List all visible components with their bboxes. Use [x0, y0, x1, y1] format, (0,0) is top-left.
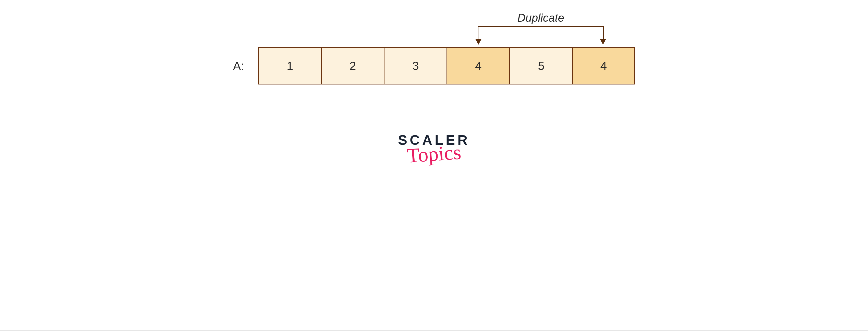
array-label: A:: [233, 59, 244, 73]
logo-line2: Topics: [406, 142, 462, 166]
duplicate-annotation: Duplicate: [478, 11, 603, 46]
array-row: A: Duplicate 123454: [233, 47, 635, 85]
array-cell-1: 2: [321, 47, 384, 85]
array-cell-0: 1: [258, 47, 321, 85]
diagram-container: A: Duplicate 123454 SCALER Topics: [233, 47, 635, 164]
array-cell-4: 5: [509, 47, 572, 85]
array-cell-3: 4: [446, 47, 509, 85]
brand-logo: SCALER Topics: [398, 133, 470, 164]
array-cell-2: 3: [384, 47, 446, 85]
duplicate-label: Duplicate: [518, 11, 564, 24]
array-cell-5: 4: [572, 47, 635, 85]
bracket-icon: [478, 26, 603, 46]
array-cells: Duplicate 123454: [258, 47, 635, 85]
